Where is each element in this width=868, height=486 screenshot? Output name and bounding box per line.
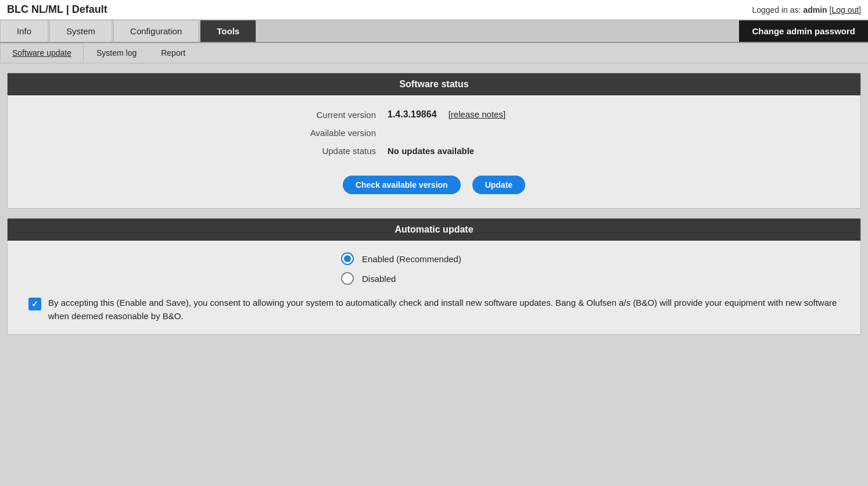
current-version-value: 1.4.3.19864 [release notes]: [388, 109, 505, 120]
consent-row: By accepting this (Enable and Save), you…: [17, 296, 851, 323]
current-version-label: Current version: [260, 110, 388, 120]
version-number: 1.4.3.19864: [388, 109, 437, 119]
login-user: admin: [803, 5, 827, 15]
radio-disabled-circle[interactable]: [341, 272, 354, 285]
subnav-report[interactable]: Report: [149, 44, 197, 62]
tab-info[interactable]: Info: [0, 20, 48, 42]
logout-link[interactable]: Log out: [831, 5, 859, 15]
header: BLC NL/ML | Default Logged in as: admin …: [0, 0, 868, 20]
login-prefix: Logged in as:: [752, 5, 803, 15]
automatic-update-card: Automatic update Enabled (Recommended) D…: [7, 218, 861, 335]
top-nav: Info System Configuration Tools Change a…: [0, 20, 868, 43]
tab-tools[interactable]: Tools: [200, 20, 256, 42]
release-notes-link[interactable]: [release notes]: [449, 109, 505, 119]
subnav-software-update[interactable]: Software update: [0, 43, 84, 63]
radio-disabled[interactable]: Disabled: [341, 272, 527, 285]
radio-enabled-label: Enabled (Recommended): [362, 254, 461, 264]
current-version-row: Current version 1.4.3.19864 [release not…: [260, 109, 608, 120]
login-status: Logged in as: admin [Log out]: [752, 5, 861, 15]
status-table: Current version 1.4.3.19864 [release not…: [17, 109, 851, 194]
update-button[interactable]: Update: [472, 176, 525, 194]
check-version-button[interactable]: Check available version: [343, 176, 461, 194]
radio-group: Enabled (Recommended) Disabled: [17, 252, 851, 285]
automatic-update-body: Enabled (Recommended) Disabled By accept…: [8, 241, 860, 334]
action-buttons: Check available version Update: [343, 176, 525, 194]
automatic-update-header: Automatic update: [8, 219, 860, 241]
radio-enabled-circle[interactable]: [341, 252, 354, 265]
tab-system[interactable]: System: [49, 20, 112, 42]
update-status-row: Update status No updates available: [260, 146, 608, 156]
software-status-card: Software status Current version 1.4.3.19…: [7, 73, 861, 209]
app-title: BLC NL/ML | Default: [7, 3, 107, 16]
tab-configuration[interactable]: Configuration: [113, 20, 199, 42]
content-area: Software status Current version 1.4.3.19…: [0, 63, 868, 353]
radio-disabled-label: Disabled: [362, 274, 396, 284]
change-password-button[interactable]: Change admin password: [739, 20, 868, 42]
update-status-value: No updates available: [388, 146, 474, 156]
subnav-system-log[interactable]: System log: [85, 44, 148, 62]
radio-enabled[interactable]: Enabled (Recommended): [341, 252, 527, 265]
software-status-body: Current version 1.4.3.19864 [release not…: [8, 95, 860, 208]
sub-nav: Software update System log Report: [0, 43, 868, 63]
update-status-label: Update status: [260, 146, 388, 156]
available-version-row: Available version: [260, 128, 608, 138]
software-status-header: Software status: [8, 73, 860, 95]
consent-checkbox[interactable]: [28, 298, 41, 310]
available-version-label: Available version: [260, 128, 388, 138]
consent-text: By accepting this (Enable and Save), you…: [48, 296, 840, 323]
